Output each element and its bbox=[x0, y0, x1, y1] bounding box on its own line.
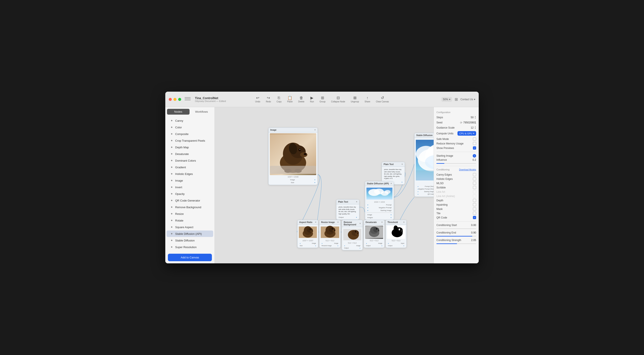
node-resize-image[interactable]: Resize Image ✕ bbox=[319, 220, 341, 248]
holistic-edges-checkbox[interactable] bbox=[473, 177, 476, 180]
node-threshold[interactable]: Threshold ✕ bbox=[386, 220, 406, 248]
paste-button[interactable]: 📋 Paste bbox=[285, 95, 295, 104]
compute-units-select[interactable]: CPU & GPU ▾ bbox=[458, 131, 476, 136]
node-remove-background[interactable]: Remove Background ✕ bbox=[342, 220, 363, 250]
delete-button[interactable]: 🗑 Delete bbox=[296, 95, 306, 104]
redo-button[interactable]: ↪ Redo bbox=[264, 95, 273, 104]
add-to-canvas-button[interactable]: Add to Canvas bbox=[168, 254, 212, 261]
sidebar-item-remove-background[interactable]: ✦ Remove Background bbox=[166, 204, 213, 210]
node-remove-bg-close[interactable]: ✕ bbox=[359, 222, 361, 224]
sidebar-item-dominant-colors[interactable]: ✦ Dominant Colors bbox=[166, 157, 213, 164]
collapse-node-button[interactable]: ⊟ Collapse Node bbox=[329, 95, 347, 104]
reduce-memory-checkbox[interactable] bbox=[473, 142, 476, 145]
mask-checkbox[interactable] bbox=[473, 207, 476, 210]
sidebar-item-image[interactable]: ✦ Image bbox=[166, 177, 213, 184]
sidebar-item-opacity[interactable]: ✦ Opacity bbox=[166, 190, 213, 197]
maximize-button[interactable] bbox=[178, 98, 181, 101]
node-pt2-close[interactable]: ✕ bbox=[356, 201, 358, 203]
mlsd-checkbox[interactable] bbox=[473, 182, 476, 185]
sidebar-item-depth-map[interactable]: ✦ Depth Map bbox=[166, 144, 213, 150]
scribble-checkbox[interactable] bbox=[473, 186, 476, 189]
zoom-control[interactable]: 50% ▾ bbox=[441, 97, 452, 102]
sidebar-item-gradient[interactable]: ✦ Gradient bbox=[166, 164, 213, 170]
conditioning-strength-slider[interactable] bbox=[436, 244, 476, 244]
sidebar-item-label: Canny bbox=[175, 119, 183, 122]
sidebar-item-label: Super Resolution bbox=[175, 246, 197, 249]
sidebar-item-desaturate[interactable]: ✦ Desaturate bbox=[166, 151, 213, 157]
show-previews-checkbox[interactable] bbox=[473, 146, 476, 150]
share-button[interactable]: ↑ Share bbox=[362, 95, 372, 104]
sidebar-item-stable-diffusion-api[interactable]: ✦ Stable Diffusion (API) bbox=[166, 230, 213, 237]
line-art-anime-checkbox[interactable] bbox=[473, 194, 476, 198]
node-plain-text-2[interactable]: Plain Text ✕ photo, beautiful blue sky w… bbox=[336, 200, 359, 220]
traffic-lights bbox=[169, 98, 181, 101]
sidebar-item-composite[interactable]: ✦ Composite bbox=[166, 131, 213, 137]
conditioning-end-slider[interactable] bbox=[436, 236, 476, 236]
copy-button[interactable]: ⎘ Copy bbox=[274, 95, 284, 104]
node-desaturate[interactable]: Desaturate ✕ bbox=[364, 220, 385, 248]
sidebar-item-invert[interactable]: ✦ Invert bbox=[166, 184, 213, 190]
guidance-down-icon[interactable]: ▼ bbox=[474, 128, 476, 130]
sidebar-toggle[interactable] bbox=[184, 97, 190, 102]
node-resize-close[interactable]: ✕ bbox=[337, 221, 339, 223]
undo-label: Undo bbox=[255, 100, 260, 103]
seed-stepper[interactable]: ▲ ▼ bbox=[474, 121, 476, 124]
sidebar-item-square-aspect[interactable]: ✦ Square Aspect bbox=[166, 224, 213, 230]
sidebar-item-crop-transparent[interactable]: ✦ Crop Transparent Pixels bbox=[166, 137, 213, 144]
node-pt1-close[interactable]: ✕ bbox=[402, 163, 403, 165]
desaturate-port-output: Output ● bbox=[365, 244, 383, 247]
close-button[interactable] bbox=[169, 98, 172, 101]
group-button[interactable]: ⊞ Group bbox=[317, 95, 328, 104]
node-close-icon[interactable]: ✕ bbox=[314, 129, 316, 131]
tile-checkbox[interactable] bbox=[473, 212, 476, 215]
inpainting-checkbox[interactable] bbox=[473, 203, 476, 206]
svg-point-7 bbox=[300, 149, 300, 150]
node-sd-api-close[interactable]: ✕ bbox=[390, 183, 392, 184]
canny-edges-checkbox[interactable] bbox=[473, 173, 476, 176]
sidebar-item-holistic-edges[interactable]: ✦ Holistic Edges bbox=[166, 171, 213, 177]
node-threshold-title: Threshold bbox=[388, 221, 398, 224]
sidebar-item-resize[interactable]: ✦ Resize bbox=[166, 210, 213, 217]
qr-code-checkbox[interactable] bbox=[473, 216, 476, 219]
sidebar-item-rotate[interactable]: ✦ Rotate bbox=[166, 217, 213, 224]
node-icon: ✦ bbox=[170, 166, 174, 169]
tab-nodes[interactable]: Nodes bbox=[167, 109, 190, 114]
sidebar-item-qr-code-generator[interactable]: ✦ QR Code Generator bbox=[166, 197, 213, 204]
depth-checkbox[interactable] bbox=[473, 199, 476, 202]
ungroup-button[interactable]: ⊠ Ungroup bbox=[348, 95, 361, 104]
grid-view-icon[interactable]: ⊞ bbox=[455, 97, 458, 102]
node-aspect-close[interactable]: ✕ bbox=[315, 221, 316, 223]
undo-button[interactable]: ↩ Undo bbox=[253, 95, 262, 104]
node-image[interactable]: Image ✕ bbox=[268, 128, 318, 185]
steps-stepper[interactable]: ▲ ▼ bbox=[474, 116, 476, 119]
seed-refresh-icon[interactable]: ⟳ bbox=[460, 121, 462, 124]
seed-value: 795020801 bbox=[463, 121, 474, 124]
conditioning-section: Conditioning Download Models bbox=[436, 168, 476, 171]
tab-workflows[interactable]: Workflows bbox=[190, 109, 213, 114]
run-button[interactable]: ▶ Run bbox=[308, 95, 316, 104]
sidebar-item-canny[interactable]: ✦ Canny bbox=[166, 118, 213, 124]
node-aspect-ratio[interactable]: Aspect Ratio ✕ bbox=[297, 220, 318, 248]
contact-us-button[interactable]: Contact Us ▾ bbox=[460, 98, 475, 101]
clear-canvas-button[interactable]: ↺ Clear Canvas bbox=[374, 95, 391, 104]
seed-down-icon[interactable]: ▼ bbox=[474, 122, 476, 124]
download-models-button[interactable]: Download Models bbox=[459, 168, 476, 171]
sidebar-item-color[interactable]: ✦ Color bbox=[166, 124, 213, 130]
minimize-button[interactable] bbox=[174, 98, 176, 101]
node-threshold-close[interactable]: ✕ bbox=[403, 221, 405, 223]
line-art-checkbox[interactable] bbox=[473, 190, 476, 194]
node-stable-diffusion[interactable]: Stable Diffusion ✕ bbox=[414, 133, 434, 197]
node-stable-diffusion-api[interactable]: Stable Diffusion (API) ✕ bbox=[365, 181, 394, 220]
canvas-area[interactable]: Image ✕ bbox=[215, 107, 434, 263]
node-desaturate-close[interactable]: ✕ bbox=[381, 221, 383, 223]
conditioning-start-slider[interactable] bbox=[436, 228, 476, 229]
sidebar-item-super-resolution[interactable]: ✦ Super Resolution bbox=[166, 244, 213, 250]
guidance-scale-stepper[interactable]: ▲ ▼ bbox=[474, 126, 476, 130]
steps-down-icon[interactable]: ▼ bbox=[474, 118, 476, 119]
sidebar-item-trace-edges[interactable]: ✦ Trace Edges bbox=[166, 250, 213, 252]
influence-slider[interactable] bbox=[436, 163, 476, 164]
safe-mode-checkbox[interactable] bbox=[473, 137, 476, 140]
sidebar-item-stable-diffusion[interactable]: ✦ Stable Diffusion bbox=[166, 237, 213, 244]
starting-image-info-icon[interactable]: i bbox=[473, 154, 476, 158]
delete-icon: 🗑 bbox=[300, 96, 303, 100]
